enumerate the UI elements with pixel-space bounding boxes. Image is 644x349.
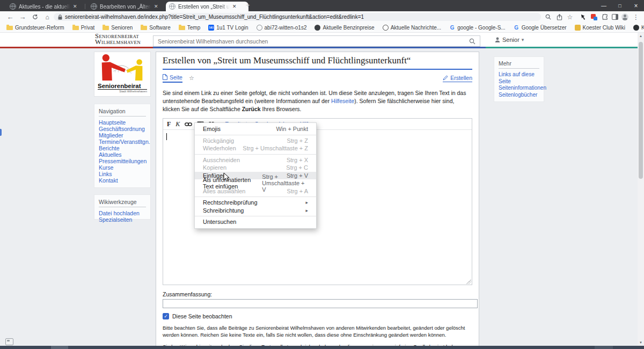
site-wordmark[interactable]: Seniorenbeirat Wilhelmshaven	[95, 33, 141, 45]
hilfeseite-link[interactable]: Hilfeseite	[331, 98, 354, 104]
browser-tab-3-active[interactable]: Erstellen von „Streit um Museum ✕	[166, 2, 248, 11]
menu-divider	[195, 197, 316, 197]
bookmark-folder[interactable]: Grundsteuer-Reform	[6, 25, 64, 31]
menu-item-schreibrichtung[interactable]: Schreibrichtung▸	[195, 207, 316, 215]
menu-item-untersuchen[interactable]: Untersuchen	[195, 218, 316, 226]
watch-star-icon[interactable]: ☆	[189, 75, 194, 82]
browser-menu-icon[interactable]: ⋮	[631, 12, 641, 21]
globe-favicon	[257, 25, 262, 31]
bookmark-folder[interactable]: Privat	[72, 25, 95, 31]
site-logo[interactable]: Seniorenbeirat Stadt Wilhelmshaven	[94, 52, 151, 97]
sidebar-item-kontakt[interactable]: Kontakt	[99, 177, 146, 184]
zoom-page-icon[interactable]	[543, 12, 553, 21]
scrollbar-thumb[interactable]	[639, 42, 643, 179]
tab-close-icon[interactable]: ✕	[232, 4, 237, 9]
site-favicon	[314, 25, 320, 31]
vertical-scrollbar[interactable]: ▲ ▼	[638, 33, 644, 346]
search-input[interactable]	[153, 38, 469, 45]
sidebar-item-datei-hochladen[interactable]: Datei hochladen	[99, 210, 146, 216]
user-menu[interactable]: Senior ▾	[495, 37, 524, 43]
scroll-down-icon[interactable]: ▼	[638, 341, 644, 344]
bookmark-item[interactable]: Ggoogle - Google-S...	[449, 25, 506, 31]
sidebar-item-geschaeftsordnung[interactable]: Geschäftsordnung	[99, 126, 146, 132]
folder-icon	[6, 26, 13, 30]
sidebar-item-mitglieder[interactable]: Mitglieder	[99, 132, 146, 139]
extensions-puzzle-icon[interactable]	[600, 12, 610, 21]
sidebar-item-aktuelles[interactable]: Aktuelles	[99, 151, 146, 158]
sidebar-item-termine[interactable]: Termine/Veranstltgn.	[99, 139, 146, 145]
profile-avatar[interactable]	[620, 12, 630, 21]
bookmark-item[interactable]: Koester.Club – Wor...	[633, 25, 644, 31]
bookmark-item[interactable]: Aktuelle Nachrichte...	[383, 25, 442, 31]
menu-divider	[195, 154, 316, 155]
menu-item-als-unformatierten-text-einfuegen[interactable]: Als unformatierten Text einfügenStrg + U…	[195, 179, 316, 187]
search-icon[interactable]	[469, 38, 475, 45]
bookmark-folder[interactable]: Software	[141, 25, 170, 31]
chevron-down-icon: ▾	[522, 37, 524, 42]
bookmark-star-icon[interactable]: ☆	[565, 12, 575, 21]
sidebar-item-hauptseite[interactable]: Hauptseite	[99, 119, 146, 126]
share-icon[interactable]	[554, 12, 564, 21]
sidebar-item-kurse[interactable]: Kurse	[99, 164, 146, 171]
create-action[interactable]: Erstellen	[443, 75, 472, 82]
edit-disclaimer: Bitte beachten Sie, dass alle Beiträge z…	[163, 324, 472, 338]
browser-tab-2[interactable]: Bearbeiten von „Ältere mit große ✕	[87, 2, 170, 11]
browser-tab-1[interactable]: Aktuelles - die aktuellen Mitteilu ✕	[6, 2, 89, 11]
tab-title: Aktuelles - die aktuellen Mitteilu	[19, 4, 70, 10]
extension-icon-2[interactable]	[589, 12, 599, 21]
more-item-seiteninformationen[interactable]: Seiteninformationen	[499, 85, 539, 92]
bookmark-folder[interactable]: Senioren	[103, 25, 133, 31]
google-favicon: G	[449, 25, 455, 31]
menu-divider	[195, 216, 316, 216]
bold-button[interactable]: F	[167, 120, 171, 128]
menu-item-rueckgaengig: RückgängigStrg + Z	[195, 137, 316, 145]
sidebar-item-pressemitteilungen[interactable]: Pressemitteilungen	[99, 158, 146, 164]
back-button[interactable]: ←	[5, 12, 15, 21]
sidebar-item-berichte[interactable]: Berichte	[99, 145, 146, 151]
bookmark-item[interactable]: GGoogle Übersetzer	[514, 25, 567, 31]
window-minimize-button[interactable]: —	[596, 0, 612, 11]
more-item-seitenlogbuecher[interactable]: Seitenlogbücher	[499, 92, 539, 99]
sidebar-item-spezialseiten[interactable]: Spezialseiten	[99, 216, 146, 223]
forward-button[interactable]: →	[18, 12, 27, 21]
side-panel-icon[interactable]	[610, 12, 620, 21]
bookmark-item[interactable]: Aktuelle Benzinpreise	[314, 25, 374, 31]
bookmark-item[interactable]: 1&11u1 TV Login	[208, 25, 248, 31]
more-item-links-auf-diese-seite[interactable]: Links auf diese Seite	[499, 71, 539, 85]
tab-close-icon[interactable]: ✕	[154, 4, 158, 9]
site-favicon	[575, 25, 581, 31]
new-tab-button[interactable]: +	[246, 1, 250, 9]
sidebar-item-links[interactable]: Links	[99, 171, 146, 177]
window-maximize-button[interactable]: □	[612, 0, 628, 11]
taskbar-clock-area	[595, 346, 613, 349]
summary-input[interactable]	[163, 299, 478, 308]
text-caret	[166, 133, 167, 140]
tab-close-icon[interactable]: ✕	[73, 4, 77, 9]
home-button[interactable]: ⌂	[42, 12, 52, 21]
edge-widget-handle[interactable]	[0, 129, 2, 136]
header-bar-red	[0, 47, 153, 48]
page-widget-icon[interactable]	[5, 338, 13, 345]
menu-item-emojis[interactable]: EmojisWin + Punkt	[195, 125, 316, 133]
watch-checkbox[interactable]: ✓	[163, 313, 169, 319]
reload-button[interactable]	[30, 12, 40, 21]
scroll-up-icon[interactable]: ▲	[638, 34, 644, 38]
taskbar-segment	[51, 346, 68, 349]
italic-button[interactable]: K	[175, 120, 180, 128]
window-close-button[interactable]: ×	[628, 0, 644, 11]
extension-icon-1[interactable]	[579, 12, 588, 21]
bookmark-folder[interactable]: Temp	[179, 25, 200, 31]
link-button[interactable]	[185, 122, 192, 127]
bookmark-item[interactable]: abi72-witten-o1s2	[257, 25, 307, 31]
url-bar[interactable]: seniorenbeirat-wilhelmshaven.de/index.ph…	[54, 13, 541, 21]
textarea-resize-handle[interactable]	[466, 279, 471, 284]
more-panel-title: Mehr	[499, 60, 539, 69]
menu-item-rechtschreibpruefung[interactable]: Rechtschreibprüfung▸	[195, 199, 316, 207]
bookmark-item[interactable]: Koester Club Wiki	[575, 25, 625, 31]
more-panel: Mehr Links auf diese Seite Seiteninforma…	[494, 56, 544, 102]
menu-item-wiederholen: WiederholenStrg + Umschalttaste + Z	[195, 144, 316, 152]
missing-page-notice: Sie sind einem Link zu einer Seite gefol…	[163, 89, 472, 113]
folder-icon	[72, 26, 79, 30]
taskbar-strip	[0, 346, 644, 349]
tab-seite[interactable]: Seite	[163, 74, 182, 83]
